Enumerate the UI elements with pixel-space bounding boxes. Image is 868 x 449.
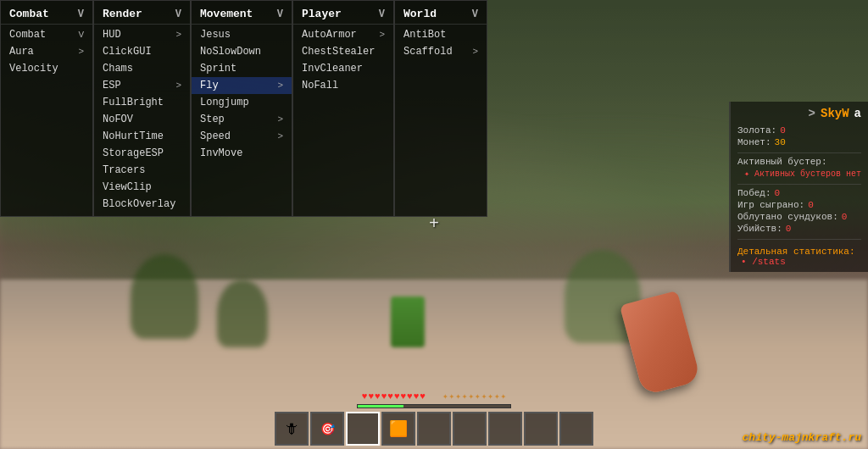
- heart-6: ♥: [394, 391, 400, 402]
- hotbar-slot-9[interactable]: [559, 412, 593, 446]
- hud-gold-label: Золота:: [737, 125, 776, 136]
- hud-detail-section: Детальная статистика: • /stats: [737, 239, 861, 267]
- movement-item-invmove[interactable]: InvMove: [192, 145, 292, 162]
- hud-wins-value: 0: [775, 188, 781, 198]
- hud-booster-section: Активный бустер: ✦ Активных бустеров нет: [737, 152, 861, 179]
- health-food-row: ♥ ♥ ♥ ♥ ♥ ♥ ♥ ♥ ♥ ♥ ✦ ✦ ✦ ✦ ✦ ✦ ✦ ✦ ✦ ✦: [362, 391, 506, 402]
- hud-chests-row: Облутано сундуков: 0: [737, 212, 861, 222]
- hud-booster-none: ✦ Активных бустеров нет: [744, 169, 861, 179]
- hud-games-label: Игр сыграно:: [737, 200, 804, 210]
- bg-tree-2: [217, 280, 268, 347]
- heart-10: ♥: [420, 391, 426, 402]
- hud-coins-label: Монет:: [737, 137, 771, 147]
- food-2: ✦: [449, 391, 455, 402]
- hud-wins-row: Побед: 0: [737, 188, 861, 198]
- player-item-nofall[interactable]: NoFall: [293, 77, 393, 94]
- hotbar-slot-8[interactable]: [524, 412, 558, 446]
- food-container: ✦ ✦ ✦ ✦ ✦ ✦ ✦ ✦ ✦ ✦: [442, 391, 506, 402]
- movement-item-longjump[interactable]: Longjump: [192, 94, 292, 111]
- slot-4-icon: 🟧: [389, 419, 408, 438]
- world-item-antibot[interactable]: AntiBot: [395, 26, 487, 43]
- bg-tree-1: [131, 254, 198, 339]
- food-9: ✦: [494, 391, 500, 402]
- hud-stats-section: Побед: 0 Игр сыграно: 0 Облутано сундуко…: [737, 184, 861, 234]
- hotbar-slot-3[interactable]: [346, 412, 380, 446]
- hand-shape: [620, 291, 701, 396]
- render-title: Render: [103, 8, 142, 20]
- movement-item-jesus[interactable]: Jesus: [192, 26, 292, 43]
- bottom-hud: ♥ ♥ ♥ ♥ ♥ ♥ ♥ ♥ ♥ ♥ ✦ ✦ ✦ ✦ ✦ ✦ ✦ ✦ ✦ ✦: [275, 391, 593, 449]
- world-key: V: [472, 8, 478, 20]
- render-item-storageesp[interactable]: StorageESP: [94, 145, 190, 162]
- render-item-nohurttime[interactable]: NoHurtTime: [94, 128, 190, 145]
- render-item-tracers[interactable]: Tracers: [94, 162, 190, 179]
- hud-server-name: SkyW: [821, 107, 849, 120]
- hearts-container: ♥ ♥ ♥ ♥ ♥ ♥ ♥ ♥ ♥ ♥: [362, 391, 426, 402]
- combat-item-aura[interactable]: Aura >: [1, 43, 92, 60]
- heart-1: ♥: [362, 391, 368, 402]
- hud-detail-cmd: • /stats: [741, 257, 861, 267]
- world-menu-header: World V: [395, 4, 487, 25]
- player-menu: Player V AutoArmor > ChestStealer InvCle…: [292, 0, 394, 217]
- hud-games-value: 0: [808, 200, 814, 210]
- hud-gold-row: Золота: 0: [737, 125, 861, 136]
- hud-booster-row: Активный бустер:: [737, 157, 861, 167]
- hud-kills-row: Убийств: 0: [737, 224, 861, 234]
- hud-chests-label: Облутано сундуков:: [737, 212, 838, 222]
- heart-3: ♥: [375, 391, 381, 402]
- movement-item-sprint[interactable]: Sprint: [192, 60, 292, 77]
- combat-item-combat[interactable]: Combat V: [1, 26, 92, 43]
- hotbar-slot-1[interactable]: 🗡: [275, 412, 309, 446]
- combat-key: V: [78, 8, 84, 20]
- slot-2-icon: 🎯: [320, 422, 335, 436]
- movement-menu-header: Movement V: [192, 4, 292, 25]
- render-item-viewclip[interactable]: ViewClip: [94, 179, 190, 196]
- movement-item-step[interactable]: Step >: [192, 111, 292, 128]
- hud-right-panel: > SkyW a Золота: 0 Монет: 30 Активный бу…: [729, 102, 868, 272]
- render-item-hud[interactable]: HUD >: [94, 26, 190, 43]
- food-4: ✦: [462, 391, 468, 402]
- player-item-autoarmor[interactable]: AutoArmor >: [293, 26, 393, 43]
- render-item-fullbright[interactable]: FullBright: [94, 94, 190, 111]
- hud-chests-value: 0: [842, 212, 848, 222]
- movement-key: V: [277, 8, 283, 20]
- hud-wins-label: Побед:: [737, 188, 771, 198]
- player-item-cheststealer[interactable]: ChestStealer: [293, 43, 393, 60]
- render-item-esp[interactable]: ESP >: [94, 77, 190, 94]
- exp-bar-container: [357, 404, 511, 408]
- hotbar-slot-4[interactable]: 🟧: [381, 412, 415, 446]
- hotbar: 🗡 🎯 🟧: [275, 412, 593, 446]
- hotbar-slot-6[interactable]: [453, 412, 487, 446]
- render-item-nofov[interactable]: NoFOV: [94, 111, 190, 128]
- heart-2: ♥: [368, 391, 374, 402]
- render-item-clickgui[interactable]: ClickGUI: [94, 43, 190, 60]
- hud-games-row: Игр сыграно: 0: [737, 200, 861, 210]
- hud-letter: a: [854, 107, 861, 120]
- combat-item-velocity[interactable]: Velocity: [1, 60, 92, 77]
- hud-coins-value: 30: [775, 137, 786, 147]
- food-6: ✦: [475, 391, 481, 402]
- food-8: ✦: [487, 391, 493, 402]
- hotbar-slot-7[interactable]: [488, 412, 522, 446]
- hud-detail-label: Детальная статистика:: [737, 247, 861, 257]
- crosshair: +: [429, 216, 439, 233]
- render-item-chams[interactable]: Chams: [94, 60, 190, 77]
- food-5: ✦: [468, 391, 474, 402]
- movement-item-fly[interactable]: Fly >: [192, 77, 292, 94]
- world-title: World: [403, 8, 437, 20]
- world-menu: World V AntiBot Scaffold >: [394, 0, 487, 217]
- render-menu-header: Render V: [94, 4, 190, 25]
- hotbar-slot-2[interactable]: 🎯: [310, 412, 344, 446]
- player-item-invcleaner[interactable]: InvCleaner: [293, 60, 393, 77]
- hotbar-slot-5[interactable]: [417, 412, 451, 446]
- movement-item-noslowdown[interactable]: NoSlowDown: [192, 43, 292, 60]
- heart-5: ♥: [387, 391, 393, 402]
- hud-arrow: >: [809, 107, 815, 120]
- slot-1-icon: 🗡: [284, 420, 299, 438]
- food-1: ✦: [442, 391, 448, 402]
- render-item-blockoverlay[interactable]: BlockOverlay: [94, 196, 190, 213]
- world-item-scaffold[interactable]: Scaffold >: [395, 43, 487, 60]
- hud-kills-label: Убийств:: [737, 224, 782, 234]
- scene-object: [391, 297, 425, 347]
- movement-item-speed[interactable]: Speed >: [192, 128, 292, 145]
